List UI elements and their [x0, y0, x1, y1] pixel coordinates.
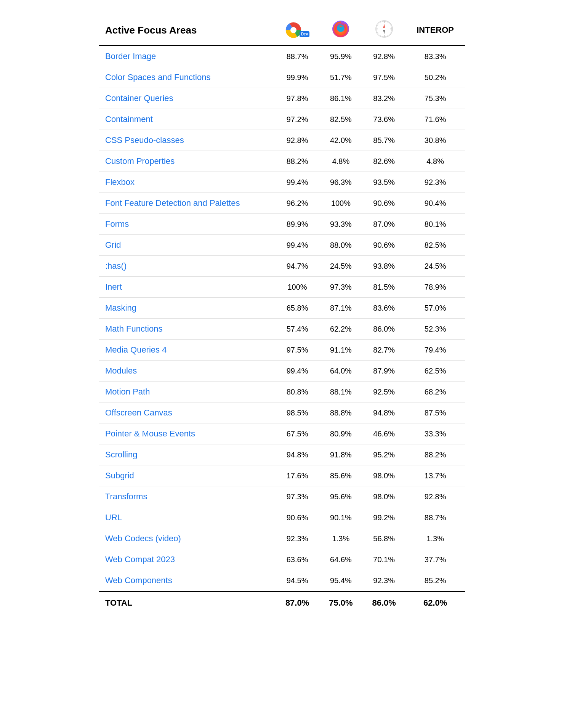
table-row: Border Image88.7%95.9%92.8%83.3% — [99, 46, 465, 67]
row-chrome-dev: 63.6% — [275, 549, 319, 570]
row-name[interactable]: Web Compat 2023 — [99, 549, 275, 570]
row-name[interactable]: Flexbox — [99, 172, 275, 193]
row-firefox: 82.5% — [319, 109, 362, 130]
row-firefox: 51.7% — [319, 67, 362, 88]
row-name[interactable]: Containment — [99, 109, 275, 130]
row-firefox: 91.1% — [319, 340, 362, 361]
row-name[interactable]: Web Components — [99, 570, 275, 592]
row-name[interactable]: Modules — [99, 361, 275, 382]
row-chrome-dev: 92.8% — [275, 130, 319, 151]
row-safari: 56.8% — [362, 528, 405, 549]
row-firefox: 95.9% — [319, 46, 362, 67]
row-name[interactable]: Inert — [99, 277, 275, 298]
row-name[interactable]: Color Spaces and Functions — [99, 67, 275, 88]
row-firefox: 90.1% — [319, 507, 362, 528]
row-firefox: 95.6% — [319, 486, 362, 507]
row-chrome-dev: 94.5% — [275, 570, 319, 592]
table-row: Motion Path80.8%88.1%92.5%68.2% — [99, 382, 465, 402]
row-interop: 37.7% — [405, 549, 465, 570]
row-name[interactable]: Math Functions — [99, 319, 275, 340]
row-name[interactable]: Font Feature Detection and Palettes — [99, 193, 275, 214]
row-firefox: 62.2% — [319, 319, 362, 340]
table-row: Modules99.4%64.0%87.9%62.5% — [99, 361, 465, 382]
row-chrome-dev: 92.3% — [275, 528, 319, 549]
row-name[interactable]: Border Image — [99, 46, 275, 67]
row-interop: 87.5% — [405, 402, 465, 423]
focus-areas-table: Active Focus Areas Dev — [99, 15, 465, 614]
row-firefox: 95.4% — [319, 570, 362, 592]
row-safari: 93.5% — [362, 172, 405, 193]
row-firefox: 96.3% — [319, 172, 362, 193]
row-chrome-dev: 89.9% — [275, 214, 319, 235]
row-name[interactable]: Container Queries — [99, 88, 275, 109]
table-row: CSS Pseudo-classes92.8%42.0%85.7%30.8% — [99, 130, 465, 151]
row-name[interactable]: Scrolling — [99, 444, 275, 465]
row-interop: 4.8% — [405, 151, 465, 172]
row-firefox: 4.8% — [319, 151, 362, 172]
row-name[interactable]: Grid — [99, 235, 275, 256]
table-row: Web Compat 202363.6%64.6%70.1%37.7% — [99, 549, 465, 570]
row-name[interactable]: Transforms — [99, 486, 275, 507]
table-row: Custom Properties88.2%4.8%82.6%4.8% — [99, 151, 465, 172]
row-firefox: 64.0% — [319, 361, 362, 382]
row-name[interactable]: Motion Path — [99, 382, 275, 402]
table-header-row: Active Focus Areas Dev — [99, 15, 465, 46]
row-safari: 98.0% — [362, 486, 405, 507]
table-footer: TOTAL 87.0% 75.0% 86.0% 62.0% — [99, 592, 465, 614]
table-row: Media Queries 497.5%91.1%82.7%79.4% — [99, 340, 465, 361]
row-chrome-dev: 88.7% — [275, 46, 319, 67]
row-safari: 83.2% — [362, 88, 405, 109]
row-name[interactable]: CSS Pseudo-classes — [99, 130, 275, 151]
row-safari: 85.7% — [362, 130, 405, 151]
table-row: Inert100%97.3%81.5%78.9% — [99, 277, 465, 298]
row-chrome-dev: 99.4% — [275, 361, 319, 382]
row-name[interactable]: :has() — [99, 256, 275, 277]
row-name[interactable]: Pointer & Mouse Events — [99, 423, 275, 444]
row-safari: 82.6% — [362, 151, 405, 172]
table-row: Math Functions57.4%62.2%86.0%52.3% — [99, 319, 465, 340]
table-row: URL90.6%90.1%99.2%88.7% — [99, 507, 465, 528]
total-col2: 87.0% — [275, 592, 319, 614]
row-safari: 70.1% — [362, 549, 405, 570]
table-row: Web Components94.5%95.4%92.3%85.2% — [99, 570, 465, 592]
row-interop: 75.3% — [405, 88, 465, 109]
table-row: Web Codecs (video)92.3%1.3%56.8%1.3% — [99, 528, 465, 549]
svg-point-1 — [290, 27, 296, 33]
row-name[interactable]: Subgrid — [99, 465, 275, 486]
row-interop: 90.4% — [405, 193, 465, 214]
row-firefox: 87.1% — [319, 298, 362, 319]
row-interop: 78.9% — [405, 277, 465, 298]
row-chrome-dev: 67.5% — [275, 423, 319, 444]
row-firefox: 91.8% — [319, 444, 362, 465]
table-body: Border Image88.7%95.9%92.8%83.3%Color Sp… — [99, 46, 465, 592]
row-name[interactable]: Offscreen Canvas — [99, 402, 275, 423]
row-name[interactable]: Masking — [99, 298, 275, 319]
table-row: Font Feature Detection and Palettes96.2%… — [99, 193, 465, 214]
row-name[interactable]: URL — [99, 507, 275, 528]
table-row: Scrolling94.8%91.8%95.2%88.2% — [99, 444, 465, 465]
row-interop: 80.1% — [405, 214, 465, 235]
row-firefox: 93.3% — [319, 214, 362, 235]
row-safari: 90.6% — [362, 193, 405, 214]
row-safari: 83.6% — [362, 298, 405, 319]
row-name[interactable]: Media Queries 4 — [99, 340, 275, 361]
row-name[interactable]: Forms — [99, 214, 275, 235]
row-interop: 57.0% — [405, 298, 465, 319]
row-chrome-dev: 100% — [275, 277, 319, 298]
row-safari: 86.0% — [362, 319, 405, 340]
table-row: Color Spaces and Functions99.9%51.7%97.5… — [99, 67, 465, 88]
row-chrome-dev: 97.5% — [275, 340, 319, 361]
row-safari: 99.2% — [362, 507, 405, 528]
total-col4: 86.0% — [362, 592, 405, 614]
row-safari: 92.5% — [362, 382, 405, 402]
row-name[interactable]: Custom Properties — [99, 151, 275, 172]
total-col3: 75.0% — [319, 592, 362, 614]
row-firefox: 97.3% — [319, 277, 362, 298]
row-safari: 97.5% — [362, 67, 405, 88]
row-chrome-dev: 99.9% — [275, 67, 319, 88]
row-firefox: 80.9% — [319, 423, 362, 444]
row-name[interactable]: Web Codecs (video) — [99, 528, 275, 549]
firefox-icon — [332, 20, 350, 38]
row-safari: 87.0% — [362, 214, 405, 235]
row-chrome-dev: 17.6% — [275, 465, 319, 486]
